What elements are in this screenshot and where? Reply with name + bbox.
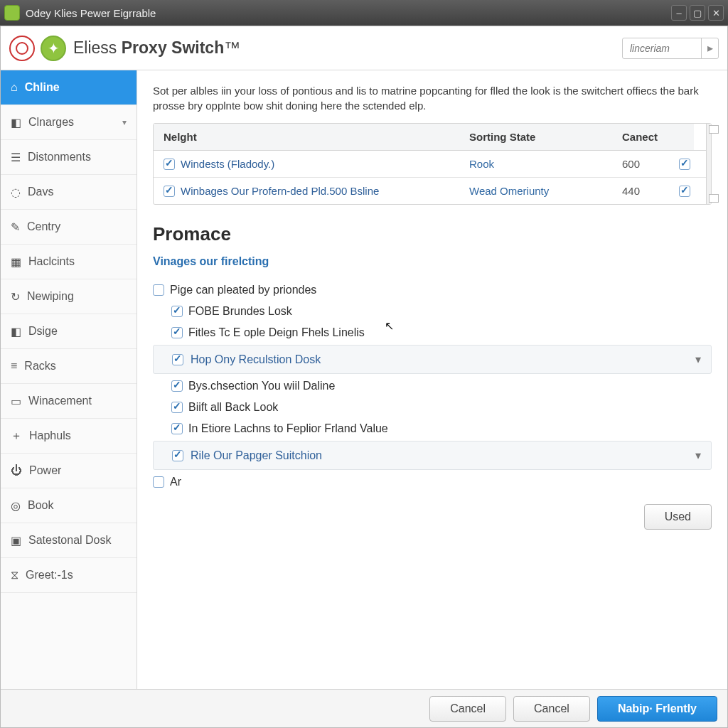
disk-icon: ▣ (11, 534, 21, 547)
expand-recustion[interactable]: Hop Ony Reculstion Dosk ▾ (153, 345, 712, 374)
minimize-button[interactable]: – (671, 5, 687, 21)
sidebar-item-label: Davs (28, 186, 53, 198)
opt-bys[interactable]: Bys.chsection You wiil Daline (153, 375, 712, 397)
checkbox[interactable] (172, 450, 183, 461)
book-icon: ◎ (11, 499, 21, 513)
settings-table: Nelght Sorting State Canect Windests (Fl… (153, 123, 712, 205)
cell-action[interactable] (669, 178, 706, 204)
dot-icon: ◌ (11, 186, 21, 199)
sidebar-item-satestonal[interactable]: ▣Satestonal Dosk (1, 523, 136, 558)
cell-canect: 440 (612, 178, 669, 204)
row-checkbox[interactable] (164, 159, 175, 170)
sidebar-item-haphuls[interactable]: ＋Haphuls (1, 419, 136, 454)
sidebar-item-label: Distonments (28, 151, 91, 164)
col-nelght: Nelght (154, 124, 459, 150)
sidebar-item-label: Haclcints (28, 255, 75, 268)
opt-label: Fitles Tc E ople Deign Fhels Linelis (188, 326, 365, 339)
brand-prefix: Eliess (73, 38, 122, 57)
cell-name-label: Windests (Fladody.) (181, 158, 274, 170)
paint-icon: ◧ (11, 325, 21, 338)
opt-top[interactable]: Pige can pleated by priondes (153, 279, 712, 301)
opt-label: In Etiore Lachns to Feplior Frland Value (188, 422, 388, 435)
brand-bold: Proxy Switch (122, 38, 224, 57)
used-button[interactable]: Used (644, 504, 712, 530)
sidebar-item-distonments[interactable]: ☰Distonments (1, 140, 136, 175)
sidebar-item-power[interactable]: ⏻Power (1, 454, 136, 488)
sidebar-item-label: Dsige (28, 325, 58, 338)
checkbox[interactable] (172, 354, 183, 365)
titlebar: Odey Klies Pewer Eigrrable – ▢ ✕ (0, 0, 728, 26)
checkbox[interactable] (171, 423, 183, 434)
expand-papger[interactable]: Rile Our Papger Suitchion ▾ (153, 441, 712, 470)
opt-label: Pige can pleated by priondes (170, 284, 316, 296)
action-checkbox[interactable] (679, 159, 690, 170)
sidebar-item-label: Book (28, 499, 53, 512)
sidebar-item-label: Satestonal Dosk (28, 534, 112, 547)
close-button[interactable]: ✕ (708, 5, 724, 21)
checkbox[interactable] (153, 476, 164, 488)
sidebar-item-davs[interactable]: ◌Davs (1, 175, 136, 210)
col-sorting-state: Sorting State (459, 124, 612, 150)
search-box[interactable]: ▸ (622, 38, 719, 59)
main-panel: Sot per albles iin your loss of pontious… (137, 70, 727, 689)
chevron-down-icon: ▾ (695, 449, 701, 462)
intro-text: Sot per albles iin your loss of pontious… (153, 83, 712, 113)
table-row[interactable]: Winbages Our Profern-ded Pld.500 Bsline … (154, 178, 706, 204)
opt-fitles[interactable]: Fitles Tc E ople Deign Fhels Linelis (153, 322, 712, 343)
sidebar-item-label: Chline (25, 81, 60, 94)
checkbox[interactable] (171, 380, 183, 392)
sidebar-item-winacement[interactable]: ▭Winacement (1, 384, 136, 419)
expand-label: Hop Ony Reculstion Dosk (191, 353, 321, 366)
cell-action[interactable] (669, 151, 706, 177)
sidebar-item-book[interactable]: ◎Book (1, 488, 136, 523)
opt-ar[interactable]: Ar (153, 471, 712, 493)
sidebar-item-racks[interactable]: ≡Racks (1, 349, 136, 384)
sidebar-item-chline[interactable]: ⌂Chline (1, 70, 136, 105)
list-icon: ☰ (11, 151, 21, 164)
checkbox[interactable] (171, 306, 183, 317)
sidebar-item-haclcints[interactable]: ▦Haclcints (1, 245, 136, 279)
cell-name: Winbages Our Profern-ded Pld.500 Bsline (154, 178, 459, 204)
plus-icon: ＋ (11, 429, 22, 444)
sidebar-item-centry[interactable]: ✎Centry (1, 210, 136, 245)
cell-state: Wead Omeriunty (459, 178, 612, 204)
window-icon: ▭ (11, 395, 21, 408)
search-input[interactable] (623, 43, 701, 54)
opt-label: Biift all Back Look (188, 401, 278, 414)
sidebar-item-dsige[interactable]: ◧Dsige (1, 314, 136, 349)
section-sublink[interactable]: Vinages our firelcting (153, 255, 712, 268)
sidebar-item-greets[interactable]: ⧖Greet:-1s (1, 558, 136, 593)
opt-biift[interactable]: Biift all Back Look (153, 397, 712, 418)
cell-state: Rook (459, 151, 612, 177)
search-go-icon[interactable]: ▸ (701, 38, 718, 58)
opt-fobe[interactable]: FOBE Brundes Losk (153, 301, 712, 322)
cell-canect: 600 (612, 151, 669, 177)
sidebar-item-label: Power (29, 464, 61, 477)
table-row[interactable]: Windests (Fladody.) Rook 600 (154, 151, 706, 178)
opt-label: FOBE Brundes Losk (188, 305, 292, 318)
checkbox[interactable] (171, 327, 183, 338)
table-scrollbar[interactable] (706, 124, 711, 204)
col-action (669, 124, 694, 150)
target-icon (9, 36, 35, 61)
refresh-icon: ↻ (11, 290, 20, 304)
checkbox[interactable] (171, 402, 183, 413)
action-checkbox[interactable] (679, 186, 690, 197)
cancel-button-2[interactable]: Cancel (513, 696, 590, 722)
sidebar-item-label: Winacement (28, 395, 92, 407)
maximize-button[interactable]: ▢ (690, 5, 705, 21)
sidebar-item-clnarges[interactable]: ◧Clnarges▾ (1, 105, 136, 140)
app-logo-icon: ✦ (41, 36, 66, 61)
primary-button[interactable]: Nabip· Frlently (597, 696, 717, 722)
sidebar-item-newiping[interactable]: ↻Newiping (1, 279, 136, 314)
opt-etiore[interactable]: In Etiore Lachns to Feplior Frland Value (153, 418, 712, 439)
pencil-icon: ✎ (11, 220, 20, 234)
cancel-button-1[interactable]: Cancel (429, 696, 506, 722)
cell-name: Windests (Fladody.) (154, 151, 459, 177)
sidebar: ⌂Chline ◧Clnarges▾ ☰Distonments ◌Davs ✎C… (1, 70, 137, 689)
home-icon: ⌂ (11, 81, 18, 94)
row-checkbox[interactable] (164, 186, 175, 197)
checkbox[interactable] (153, 284, 164, 296)
opt-label: Ar (170, 476, 181, 488)
grid-icon: ▦ (11, 255, 21, 269)
